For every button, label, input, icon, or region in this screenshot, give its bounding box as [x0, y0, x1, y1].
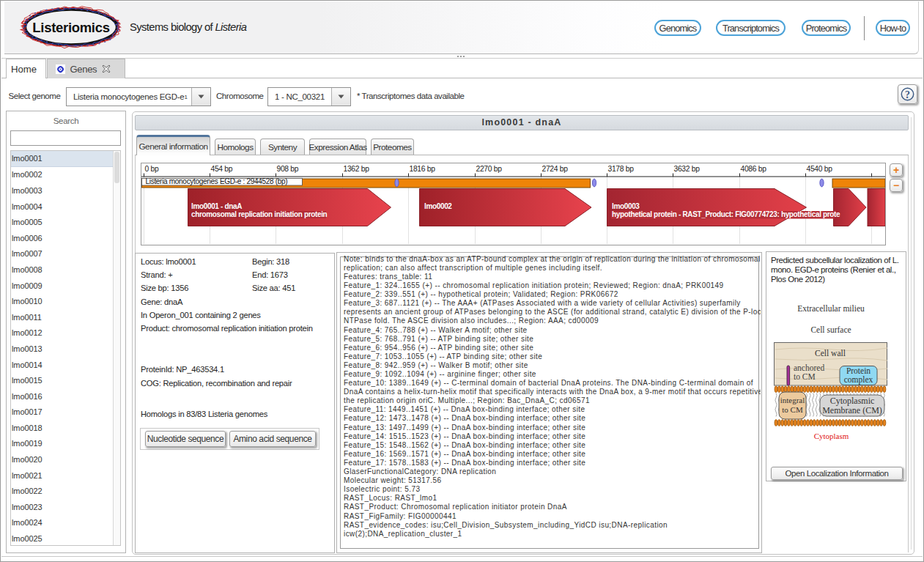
svg-text:908 bp: 908 bp [277, 165, 299, 173]
svg-text:2270 bp: 2270 bp [476, 165, 503, 173]
svg-text:4540 bp: 4540 bp [807, 165, 833, 173]
svg-text:Protein: Protein [846, 366, 871, 375]
svg-text:Cell wall: Cell wall [815, 349, 846, 358]
svg-text:Membrane (CM): Membrane (CM) [822, 405, 882, 415]
svg-text:lmo0003: lmo0003 [612, 202, 640, 210]
svg-text:1816 bp: 1816 bp [410, 165, 436, 173]
svg-text:Listeria monocytogenes EGD-e :: Listeria monocytogenes EGD-e : 2944528 (… [146, 177, 288, 185]
svg-text:2724 bp: 2724 bp [542, 165, 569, 173]
svg-text:Listeriomics: Listeriomics [32, 20, 109, 35]
svg-text:454 bp: 454 bp [211, 165, 233, 173]
svg-text:complex: complex [844, 375, 873, 385]
svg-text:anchored: anchored [794, 363, 824, 372]
svg-text:chromosomal replication initia: chromosomal replication initiation prote… [191, 210, 328, 218]
svg-text:Cytoplasmic: Cytoplasmic [830, 396, 875, 406]
svg-text:?: ? [905, 89, 910, 100]
svg-text:to CM: to CM [794, 372, 816, 381]
svg-text:3178 bp: 3178 bp [608, 165, 635, 173]
svg-text:integral: integral [780, 396, 805, 404]
svg-text:4086 bp: 4086 bp [741, 165, 767, 173]
svg-text:3632 bp: 3632 bp [674, 165, 701, 173]
svg-text:to CM: to CM [782, 405, 803, 414]
svg-text:hypothetical protein - RAST_Pr: hypothetical protein - RAST_Product: FIG… [612, 210, 840, 218]
svg-text:0 bp: 0 bp [145, 165, 159, 173]
svg-text:1362 bp: 1362 bp [344, 165, 370, 173]
svg-text:lmo0001 - dnaA: lmo0001 - dnaA [191, 202, 242, 210]
svg-text:lmo0002: lmo0002 [424, 202, 452, 210]
